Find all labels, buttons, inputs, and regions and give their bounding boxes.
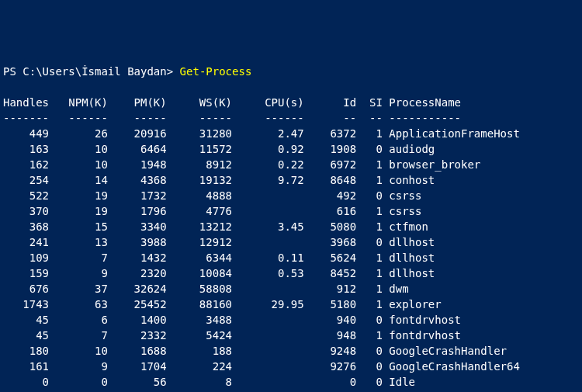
process-table-rows: 449 26 20916 31280 2.47 6372 1 Applicati… (3, 127, 520, 392)
ps-prompt-prefix: PS (3, 65, 23, 78)
command-text: Get-Process (180, 65, 252, 78)
column-separator: ------- ------ ----- ----- ------ -- -- … (3, 112, 461, 124)
ps-prompt-path: C:\Users\İsmail Baydan> (23, 65, 173, 78)
powershell-terminal[interactable]: PS C:\Users\İsmail Baydan> Get-Process H… (0, 62, 582, 392)
column-headers: Handles NPM(K) PM(K) WS(K) CPU(s) Id SI … (3, 96, 461, 109)
